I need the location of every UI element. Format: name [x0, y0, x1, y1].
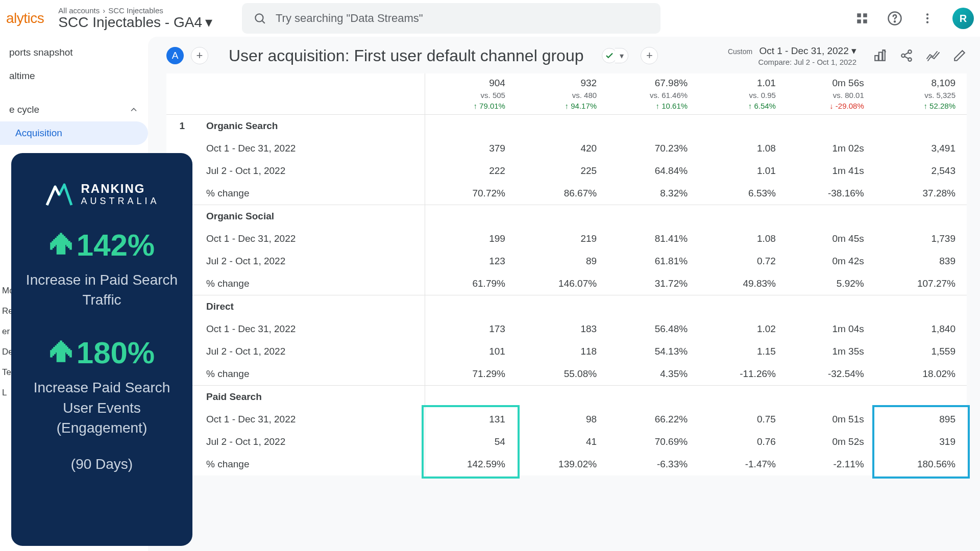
metric-cell: 101 — [425, 340, 517, 363]
metric-cell: 1m 04s — [787, 318, 875, 340]
metric-cell: 0m 45s — [787, 228, 875, 250]
segment-chip[interactable]: A — [166, 47, 184, 64]
metric-cell: 54 — [425, 431, 517, 453]
metric-cell: 0m 51s — [787, 408, 875, 431]
arrow-up-icon: 🡹 — [49, 338, 75, 368]
totals-cell: 932vs. 480↑ 94.17% — [517, 73, 608, 115]
property-selector[interactable]: All accounts › SCC Injectables SCC Injec… — [58, 6, 212, 31]
nav-lifecycle[interactable]: e cycle — [0, 98, 148, 121]
search-icon — [253, 12, 266, 25]
svg-line-17 — [904, 53, 909, 55]
dimension-dropdown[interactable]: ▾ — [615, 48, 628, 63]
totals-cell: 8,109vs. 5,325↑ 52.28% — [875, 73, 967, 115]
metric-cell: 61.81% — [608, 250, 699, 272]
percent-change-cell: 8.32% — [608, 182, 699, 205]
overlay-logo-mark-icon — [44, 182, 74, 207]
period-current-label: Oct 1 - Dec 31, 2022 — [195, 318, 425, 340]
promo-overlay-card: RANKING AUSTRALIA 🡹 142% Increase in Pai… — [11, 153, 192, 546]
report-header: A + User acquisition: First user default… — [148, 42, 980, 73]
svg-point-8 — [926, 13, 928, 15]
metric-cell: 1.08 — [699, 228, 787, 250]
metric-cell: 54.13% — [608, 340, 699, 363]
metric-cell: 173 — [425, 318, 517, 340]
nav-acquisition[interactable]: Acquisition — [0, 121, 148, 145]
svg-point-16 — [908, 58, 912, 61]
row-index: 1 — [166, 115, 195, 138]
percent-change-cell: -38.16% — [787, 182, 875, 205]
svg-point-15 — [901, 54, 905, 58]
svg-point-10 — [926, 21, 928, 23]
account-avatar[interactable]: R — [952, 8, 974, 29]
add-dimension-button[interactable]: + — [641, 47, 658, 64]
metric-cell: 70.69% — [608, 431, 699, 453]
metric-cell: 222 — [425, 160, 517, 182]
metric-cell: 0m 52s — [787, 431, 875, 453]
top-actions: R — [854, 8, 974, 29]
overlay-brand-name: RANKING — [81, 182, 159, 195]
channel-name[interactable]: Paid Search — [195, 386, 425, 409]
metric-cell: 1.08 — [699, 137, 787, 160]
svg-rect-5 — [863, 19, 867, 23]
totals-cell: 1.01vs. 0.95↑ 6.54% — [699, 73, 787, 115]
add-segment-button[interactable]: + — [191, 47, 208, 64]
channel-name[interactable]: Direct — [195, 295, 425, 318]
insights-icon[interactable] — [926, 48, 940, 63]
more-vert-icon[interactable] — [920, 11, 935, 26]
percent-change-cell: 18.02% — [875, 363, 967, 386]
svg-point-0 — [255, 14, 263, 21]
percent-change-label: % change — [195, 453, 425, 475]
search-placeholder: Try searching "Data Streams" — [276, 12, 423, 25]
date-range-value: Oct 1 - Dec 31, 2022 — [759, 45, 848, 56]
percent-change-cell: 5.92% — [787, 272, 875, 295]
overlay-metric-2-label: Increase Paid Search User Events (Engage… — [23, 378, 180, 438]
percent-change-cell: 6.53% — [699, 182, 787, 205]
product-logo: alytics — [6, 10, 44, 27]
percent-change-cell: 70.72% — [425, 182, 517, 205]
percent-change-cell: 71.29% — [425, 363, 517, 386]
percent-change-cell: -32.54% — [787, 363, 875, 386]
date-range-picker[interactable]: Custom Oct 1 - Dec 31, 2022 ▾ Compare: J… — [728, 45, 856, 66]
percent-change-cell: -11.26% — [699, 363, 787, 386]
metric-cell: 225 — [517, 160, 608, 182]
metric-cell: 1,739 — [875, 228, 967, 250]
nav-realtime[interactable]: altime — [0, 64, 148, 88]
percent-change-cell: 4.35% — [608, 363, 699, 386]
percent-change-cell: 139.02% — [517, 453, 608, 475]
channel-name[interactable]: Organic Search — [195, 115, 425, 138]
percent-change-cell: 31.72% — [608, 272, 699, 295]
report-title: User acquisition: First user default cha… — [229, 46, 583, 65]
totals-cell: 904vs. 505↑ 79.01% — [425, 73, 517, 115]
period-previous-label: Jul 2 - Oct 1, 2022 — [195, 340, 425, 363]
channel-name[interactable]: Organic Social — [195, 205, 425, 228]
metric-cell: 66.22% — [608, 408, 699, 431]
metric-cell: 895 — [875, 408, 967, 431]
apps-icon[interactable] — [854, 11, 870, 26]
metric-cell: 81.41% — [608, 228, 699, 250]
percent-change-cell: 142.59% — [425, 453, 517, 475]
percent-change-cell: 37.28% — [875, 182, 967, 205]
edit-icon[interactable] — [952, 48, 967, 63]
help-icon[interactable] — [887, 11, 902, 26]
caret-down-icon: ▾ — [851, 45, 856, 56]
nav-reports-snapshot[interactable]: ports snapshot — [0, 41, 148, 64]
period-previous-label: Jul 2 - Oct 1, 2022 — [195, 250, 425, 272]
percent-change-cell: -2.11% — [787, 453, 875, 475]
totals-cell: 67.98%vs. 61.46%↑ 10.61% — [608, 73, 699, 115]
date-range-compare: Compare: Jul 2 - Oct 1, 2022 — [728, 58, 856, 66]
search-input[interactable]: Try searching "Data Streams" — [242, 3, 660, 34]
metric-cell: 1.01 — [699, 160, 787, 182]
metric-cell: 0m 42s — [787, 250, 875, 272]
customize-icon[interactable] — [873, 48, 887, 63]
period-current-label: Oct 1 - Dec 31, 2022 — [195, 137, 425, 160]
overlay-metric-2: 🡹 180% — [23, 335, 180, 370]
percent-change-label: % change — [195, 363, 425, 386]
metric-cell: 98 — [517, 408, 608, 431]
svg-rect-2 — [857, 13, 861, 17]
totals-label-cell — [166, 73, 425, 115]
svg-line-1 — [262, 21, 265, 23]
percent-change-cell: 49.83% — [699, 272, 787, 295]
share-icon[interactable] — [899, 48, 914, 63]
totals-cell: 0m 56svs. 80.01↓ -29.08% — [787, 73, 875, 115]
chevron-up-icon — [129, 105, 139, 115]
metric-cell: 89 — [517, 250, 608, 272]
